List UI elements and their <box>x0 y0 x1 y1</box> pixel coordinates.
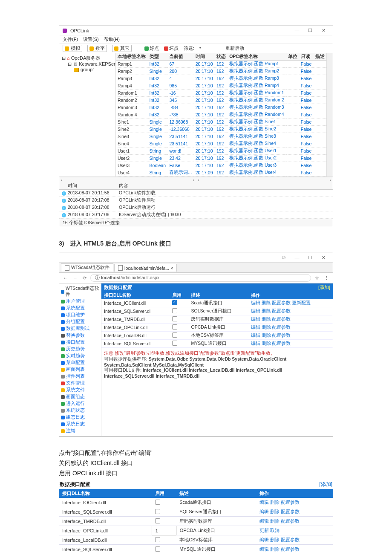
sidebar-item[interactable]: 历史趋势 <box>61 346 99 353</box>
enable-input[interactable]: 1 <box>152 526 176 535</box>
browser-titlebar[interactable]: ☺ — ☐ ✕ <box>59 252 333 263</box>
action-cell[interactable]: 编辑 删除 配置参数 更新配置 <box>248 299 333 307</box>
menu-help[interactable]: 帮助(H) <box>104 36 120 43</box>
action-cell[interactable]: 编辑 删除 配置参数 <box>248 307 333 315</box>
table-row[interactable]: Ramp3Int32420:17:10192模拟器示例.函数.Ramp3Fals… <box>116 75 326 82</box>
action-cell[interactable]: 编辑 删除 配置参数 <box>256 517 333 526</box>
checkbox-icon[interactable] <box>172 324 177 330</box>
toolbar-bad[interactable]: 坏点 <box>164 45 179 52</box>
toolbar-restart[interactable]: 重新启动 <box>225 45 244 52</box>
action-cell[interactable]: 编辑 删除 配置参数 <box>256 545 333 554</box>
table-row[interactable]: Interface_TMRDB.dll唐码实时数据库编辑 删除 配置参数 <box>101 315 333 324</box>
sidebar-item[interactable]: 画面组态 <box>61 393 99 400</box>
action-cell[interactable]: 更新 取消 <box>256 526 333 535</box>
table-row[interactable]: Sine4Single23.5114120:17:10192模拟器示例.函数.S… <box>116 140 326 147</box>
column-header[interactable]: 启用 <box>170 292 188 299</box>
table-row[interactable]: Interface_LocalDB.dll本地CSV标签库编辑 删除 配置参数 <box>101 332 333 340</box>
table-row[interactable]: Ramp1Int326720:17:10192模拟器示例.函数.Ramp1Fal… <box>116 61 326 68</box>
sidebar-item[interactable]: 组态日志 <box>61 414 99 421</box>
toolbar-num[interactable]: 数字 <box>87 45 107 52</box>
table-row[interactable]: User1Stringworld!20:17:10192模拟器示例.函数.Use… <box>116 147 326 155</box>
column-header[interactable]: 类型 <box>148 53 168 61</box>
browser-tabs[interactable]: WTScada组态软件 localhost/admin/defa... × <box>59 263 333 273</box>
sidebar-item[interactable]: 文件管理 <box>61 380 99 387</box>
table-row[interactable]: Sine1Single12.3606820:17:10192模拟器示例.函数.S… <box>116 119 326 126</box>
sidebar-item[interactable]: 用户管理 <box>61 298 99 305</box>
table-row[interactable]: Interface_OPCLink.dll1OPCDA Link接口更新 取消 <box>59 526 333 535</box>
interface-table-2[interactable]: 接口DLL名称启用描述操作 Interface_IOClient.dllScad… <box>59 489 333 554</box>
checkbox-icon[interactable] <box>172 316 177 321</box>
action-cell[interactable]: 编辑 删除 配置参数 <box>256 535 333 545</box>
table-row[interactable]: Interface_SQLServer.dllSQLServer通讯接口编辑 删… <box>101 307 333 315</box>
column-header[interactable]: 时间 <box>194 53 215 61</box>
sidebar-item[interactable]: 系统文件 <box>61 387 99 393</box>
forward-icon[interactable]: → <box>72 275 79 280</box>
column-header[interactable]: 启用 <box>152 489 176 498</box>
action-cell[interactable]: 编辑 删除 配置参数 <box>248 332 333 340</box>
sidebar-item[interactable]: 注销 <box>61 428 99 434</box>
tree-server[interactable]: ⊟ 🖥 Kepware.KEPServerEX <box>62 61 113 67</box>
maximize-icon[interactable]: ☐ <box>304 255 316 260</box>
table-row[interactable]: Interface_IOClient.dllScada通讯接口编辑 删除 配置参… <box>101 299 333 307</box>
table-row[interactable]: Interface_SQLServer.dllMYSQL 通讯接口编辑 删除 配… <box>101 340 333 348</box>
table-row[interactable]: User3BooleanFalse20:17:10192模拟器示例.函数.Use… <box>116 162 326 169</box>
column-header[interactable]: 接口DLL名称 <box>101 292 170 299</box>
action-cell[interactable]: 编辑 删除 配置参数 <box>256 498 333 507</box>
table-row[interactable]: Interface_LocalDB.dll本地CSV标签库编辑 删除 配置参数 <box>59 535 333 545</box>
browser-tab-2[interactable]: localhost/admin/defa... × <box>114 264 177 272</box>
sidebar-item[interactable]: 控件列表 <box>61 373 99 380</box>
sidebar-item[interactable]: 系统状态 <box>61 407 99 414</box>
checkbox-icon[interactable] <box>155 546 160 552</box>
table-row[interactable]: Ramp2Single20020:17:10192模拟器示例.函数.Ramp2F… <box>116 68 326 75</box>
sidebar-item[interactable]: 进入运行 <box>61 400 99 407</box>
browser-tab-1[interactable]: WTScada组态软件 <box>61 263 113 272</box>
admin-sidebar[interactable]: WTScada组态软件 用户管理系统配置项目维护分组配置数据库测试替换参数接口配… <box>59 283 101 436</box>
table-row[interactable]: Random2Int3234520:17:10192模拟器示例.函数.Rando… <box>116 97 326 104</box>
table-row[interactable]: Sine3Single23.5114120:17:10192模拟器示例.函数.S… <box>116 133 326 140</box>
checkbox-icon[interactable] <box>155 537 160 542</box>
sidebar-item[interactable]: 系统配置 <box>61 305 99 312</box>
reload-icon[interactable]: ⟳ <box>81 275 88 281</box>
sidebar-item[interactable]: 替换参数 <box>61 332 99 339</box>
table-row[interactable]: Interface_SQLServer.dllSQLServer通讯接口编辑 删… <box>59 507 333 517</box>
menu-file[interactable]: 文件(F) <box>63 36 78 43</box>
sidebar-item[interactable]: 系统日志 <box>61 421 99 428</box>
column-header[interactable]: 当前值 <box>167 53 193 61</box>
table-row[interactable]: Random4Int32-78820:17:10192模拟器示例.函数.Rand… <box>116 111 326 119</box>
sidebar-item[interactable]: 实时趋势 <box>61 353 99 359</box>
column-header[interactable]: 本地标签名称 <box>116 53 148 61</box>
checkbox-icon[interactable] <box>172 300 177 305</box>
menu-icon[interactable]: ⋮ <box>323 275 330 281</box>
column-header[interactable]: OPC标签名称 <box>228 53 286 61</box>
minimize-icon[interactable]: — <box>291 255 303 260</box>
horizontal-scrollbar[interactable]: ‹ › ‹ › <box>59 177 333 182</box>
column-header[interactable]: 接口DLL名称 <box>59 489 152 498</box>
table-row[interactable]: Interface_TMRDB.dll唐码实时数据库编辑 删除 配置参数 <box>59 517 333 526</box>
filter-value[interactable]: * <box>199 46 201 51</box>
tag-table[interactable]: 本地标签名称类型当前值时间状态OPC标签名称单位只读描述 Ramp1Int326… <box>116 53 326 176</box>
back-icon[interactable]: ← <box>62 275 69 280</box>
titlebar[interactable]: OPCLink — ☐ ✕ <box>59 26 333 35</box>
sidebar-item[interactable]: 接口配置 <box>61 339 99 346</box>
toolbar-other[interactable]: 其它 <box>112 45 132 52</box>
tree-root[interactable]: ⊟ ⌂ OpcDA服务器 <box>62 55 113 61</box>
action-cell[interactable]: 编辑 删除 配置参数 <box>248 340 333 348</box>
table-row[interactable]: Interface_OPCLink.dllOPCDA Link接口编辑 删除 配… <box>101 324 333 332</box>
tree-group[interactable]: group1 <box>62 67 113 72</box>
tree-view[interactable]: ⊟ ⌂ OpcDA服务器 ⊟ 🖥 Kepware.KEPServerEX gro… <box>59 53 116 176</box>
column-header[interactable]: 单位 <box>286 53 299 61</box>
column-header[interactable]: 描述 <box>314 53 326 61</box>
table-row[interactable]: Ramp4Int3298520:17:10192模拟器示例.函数.Ramp4Fa… <box>116 82 326 90</box>
url-field[interactable]: ⓘ localhost/admin/default.aspx <box>90 274 311 282</box>
column-header[interactable]: 操作 <box>248 292 333 299</box>
close-icon[interactable]: ✕ <box>317 28 329 33</box>
star-icon[interactable]: ☆ <box>314 275 320 281</box>
checkbox-icon[interactable] <box>155 518 160 523</box>
sidebar-item[interactable]: 菜单配置 <box>61 359 99 366</box>
table-row[interactable]: Random1Int32-1620:17:10192模拟器示例.函数.Rando… <box>116 90 326 97</box>
user-icon[interactable]: ☺ <box>278 254 290 260</box>
column-header[interactable]: 状态 <box>215 53 228 61</box>
interface-table[interactable]: 接口DLL名称启用描述操作 Interface_IOClient.dllScad… <box>101 292 333 348</box>
checkbox-icon[interactable] <box>172 341 177 346</box>
table-row[interactable]: User4String春晓示词...20:17:09192模拟器示例.函数.Us… <box>116 169 326 176</box>
